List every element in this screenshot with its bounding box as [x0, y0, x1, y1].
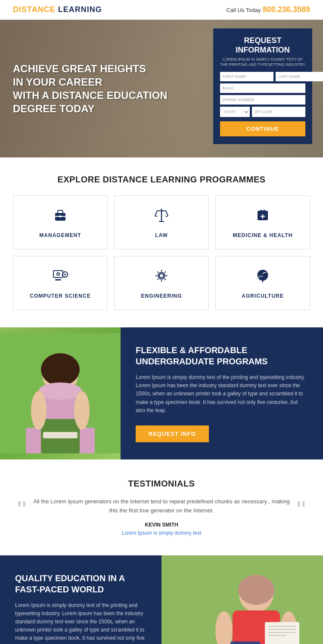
- quality-student-image: [162, 555, 323, 644]
- svg-rect-34: [80, 428, 95, 453]
- svg-rect-17: [55, 279, 61, 280]
- programme-law[interactable]: LAW: [114, 195, 209, 250]
- programme-cs[interactable]: COMPUTER SCIENCE: [13, 256, 108, 310]
- svg-line-6: [166, 211, 168, 216]
- form-title: REQUEST INFORMATION: [220, 36, 305, 55]
- testimonial-author: KEVIN SMITH: [31, 522, 292, 528]
- quality-content: QUALITY EDUCATION IN A FAST-PACED WORLD …: [0, 555, 162, 644]
- svg-rect-10: [260, 210, 262, 213]
- flexible-request-button[interactable]: REQUEST INFO: [136, 425, 209, 442]
- student-image: [0, 333, 121, 453]
- flexible-section: FLEXIBLE & AFFORDABLE UNDERGRADUATE PROG…: [0, 327, 323, 459]
- testimonials-title: TESTIMONIALS: [26, 479, 297, 489]
- svg-point-29: [41, 353, 80, 386]
- medicine-label: MEDICINE & HEALTH: [233, 232, 293, 238]
- quality-section: QUALITY EDUCATION IN A FAST-PACED WORLD …: [0, 555, 323, 644]
- svg-point-19: [64, 274, 66, 275]
- last-name-input[interactable]: [276, 72, 323, 81]
- svg-rect-9: [258, 211, 268, 213]
- gear-icon: [153, 267, 170, 288]
- management-label: MANAGEMENT: [39, 232, 81, 238]
- programme-medicine[interactable]: MEDICINE & HEALTH: [215, 195, 310, 250]
- logo: DISTANCE LEARNING: [13, 5, 102, 14]
- law-label: LAW: [155, 232, 168, 238]
- flexible-text: Lorem Ipsum is simply dummy text of the …: [136, 373, 308, 415]
- name-row: [220, 72, 305, 81]
- logo-distance: DISTANCE: [13, 5, 56, 14]
- svg-rect-37: [43, 432, 78, 438]
- open-quote-icon: ": [17, 497, 26, 523]
- header: DISTANCE LEARNING Call Us Today 800.236.…: [0, 0, 323, 20]
- engineering-label: ENGINEERING: [141, 293, 182, 299]
- programme-engineering[interactable]: ENGINEERING: [114, 256, 209, 310]
- programme-management[interactable]: MANAGEMENT: [13, 195, 108, 250]
- svg-rect-33: [26, 428, 41, 453]
- call-number: 800.236.3589: [263, 5, 310, 14]
- quality-title: QUALITY EDUCATION IN A FAST-PACED WORLD: [15, 573, 146, 595]
- leaf-icon: [254, 267, 271, 288]
- hero-section: ACHIEVE GREAT HEIGHTS IN YOUR CAREER WIT…: [0, 20, 323, 157]
- svg-point-36: [74, 391, 90, 430]
- testimonial-link: Lorem Ipsum is simply dummy text: [31, 530, 292, 536]
- programmes-grid: MANAGEMENT LAW: [13, 195, 310, 310]
- briefcase-icon: [52, 206, 69, 227]
- agriculture-label: AGRICULTURE: [242, 293, 283, 299]
- balance-icon: [153, 206, 170, 227]
- flexible-image: [0, 327, 121, 459]
- testimonials-section: TESTIMONIALS " All the Lorem Ipsum gener…: [0, 459, 323, 555]
- continue-button[interactable]: CONTINUE: [220, 121, 305, 136]
- computer-icon: [52, 267, 69, 288]
- svg-point-35: [31, 391, 47, 430]
- testimonial-body: All the Lorem Ipsum generators on the In…: [26, 497, 296, 536]
- flexible-title: FLEXIBLE & AFFORDABLE UNDERGRADUATE PROG…: [136, 345, 308, 367]
- programme-agriculture[interactable]: AGRICULTURE: [215, 256, 310, 310]
- zip-input[interactable]: [252, 107, 305, 117]
- flexible-image-bg: [0, 327, 121, 459]
- testimonial-quote: All the Lorem Ipsum generators on the In…: [31, 497, 292, 515]
- svg-point-16: [57, 273, 59, 275]
- svg-point-40: [238, 575, 274, 605]
- svg-point-31: [39, 382, 82, 400]
- form-description: LOREM IPSUM IS SIMPLY DUMMY TEXT OF THE …: [220, 57, 305, 67]
- svg-line-5: [155, 211, 157, 216]
- svg-rect-11: [263, 210, 265, 213]
- request-form-card: REQUEST INFORMATION LOREM IPSUM IS SIMPL…: [213, 28, 312, 144]
- first-name-input[interactable]: [220, 72, 273, 81]
- logo-learning: LEARNING: [56, 5, 102, 14]
- programmes-section: EXPLORE DISTANCE LEARNING PROGRAMMES MAN…: [0, 157, 323, 327]
- svg-rect-2: [59, 216, 62, 217]
- svg-point-24: [159, 274, 164, 278]
- phone-input[interactable]: [220, 95, 305, 105]
- svg-rect-48: [265, 622, 299, 644]
- quote-container: " All the Lorem Ipsum generators on the …: [17, 497, 306, 536]
- quality-text: Lorem Ipsum is simply dummy text of the …: [15, 601, 146, 644]
- flexible-content: FLEXIBLE & AFFORDABLE UNDERGRADUATE PROG…: [121, 327, 323, 459]
- location-row: STATE: [220, 107, 305, 117]
- programmes-title: EXPLORE DISTANCE LEARNING PROGRAMMES: [13, 175, 310, 185]
- call-label: Call Us Today: [226, 7, 261, 13]
- call-info: Call Us Today 800.236.3589: [226, 5, 310, 14]
- cs-label: COMPUTER SCIENCE: [30, 293, 90, 299]
- medical-icon: [254, 206, 271, 227]
- email-input[interactable]: [220, 83, 305, 93]
- quality-image-bg: [162, 555, 323, 644]
- state-select[interactable]: STATE: [220, 107, 250, 117]
- quality-image: [162, 555, 323, 644]
- close-quote-icon: ": [297, 497, 306, 523]
